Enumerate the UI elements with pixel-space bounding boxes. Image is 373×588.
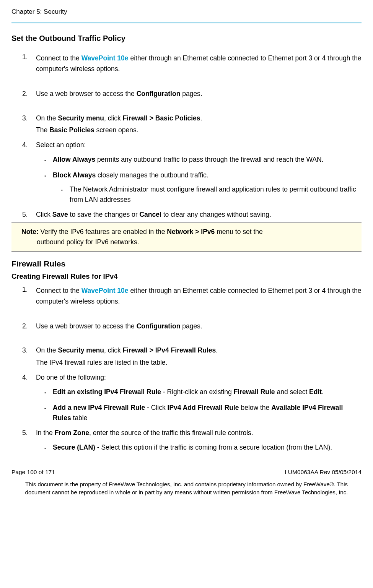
page-footer: Page 100 of 171 LUM0063AA Rev 05/05/2014… bbox=[11, 465, 362, 501]
bold-text: Configuration bbox=[137, 322, 181, 330]
wavepoint-link[interactable]: WavePoint 10e bbox=[81, 287, 129, 294]
text: . bbox=[200, 114, 202, 122]
footer-divider bbox=[11, 465, 362, 465]
bold-text: Allow Always bbox=[53, 156, 95, 163]
bold-text: Save bbox=[52, 211, 68, 218]
bold-text: Security menu bbox=[58, 114, 104, 122]
text: pages. bbox=[180, 322, 202, 330]
bold-text: Add a new IPv4 Firewall Rule bbox=[53, 404, 145, 411]
chapter-header: Chapter 5: Security bbox=[11, 8, 362, 16]
text: screen opens. bbox=[94, 126, 138, 134]
option-allow-always: Allow Always permits any outbound traffi… bbox=[53, 154, 362, 165]
text: Use a web browser to access the bbox=[36, 322, 137, 330]
bold-text: Basic Policies bbox=[49, 126, 94, 134]
text: to clear any changes without saving. bbox=[161, 211, 271, 218]
text: closely manages the outbound traffic. bbox=[96, 171, 208, 179]
option-edit-rule: Edit an existing IPv4 Firewall Rule - Ri… bbox=[53, 387, 362, 397]
note-box: Note: Verify the IPv6 features are enabl… bbox=[11, 223, 362, 252]
text: menu to set the bbox=[215, 228, 263, 236]
step-1: Connect to the WavePoint 10e either thro… bbox=[36, 53, 362, 74]
bold-text: Configuration bbox=[137, 90, 181, 97]
text: On the bbox=[36, 114, 58, 122]
option-add-rule: Add a new IPv4 Firewall Rule - Click IPv… bbox=[53, 403, 362, 423]
text: , enter the source of the traffic this f… bbox=[89, 429, 253, 437]
block-always-details: The Network Administrator must configure… bbox=[53, 184, 362, 205]
header-divider bbox=[11, 23, 362, 23]
text: Verify the IPv6 features are enabled in … bbox=[41, 228, 167, 236]
note-label: Note: bbox=[21, 228, 41, 236]
text: Do one of the following: bbox=[36, 374, 106, 381]
text: pages. bbox=[180, 90, 202, 97]
bold-text: Block Always bbox=[53, 171, 96, 179]
bold-text: Network > IPv6 bbox=[167, 228, 215, 236]
bold-text: IPv4 Add Firewall Rule bbox=[168, 404, 239, 411]
text: below the bbox=[239, 404, 272, 411]
ipv4-step-4: Do one of the following: Edit an existin… bbox=[36, 373, 362, 423]
text: permits any outbound traffic to pass thr… bbox=[95, 156, 323, 163]
text: In the bbox=[36, 429, 55, 437]
ipv4-steps-list: Connect to the WavePoint 10e either thro… bbox=[11, 285, 362, 453]
ipv4-step-3: On the Security menu, click Firewall > I… bbox=[36, 346, 362, 368]
option-block-always: Block Always closely manages the outboun… bbox=[53, 170, 362, 205]
text: On the bbox=[36, 346, 58, 354]
text: - Select this option if the traffic is c… bbox=[95, 443, 332, 451]
text: . bbox=[322, 388, 324, 396]
section-title-outbound: Set the Outbound Traffic Policy bbox=[11, 33, 362, 44]
step-5: Click Save to save the changes or Cancel… bbox=[36, 210, 362, 219]
text: . bbox=[216, 346, 218, 354]
bold-text: From Zone bbox=[55, 429, 89, 437]
page-number: Page 100 of 171 bbox=[11, 468, 55, 476]
ipv4-step-2: Use a web browser to access the Configur… bbox=[36, 322, 362, 331]
step-3: On the Security menu, click Firewall > B… bbox=[36, 114, 362, 136]
section-title-firewall-rules: Firewall Rules bbox=[11, 258, 362, 269]
text: Connect to the bbox=[36, 287, 81, 294]
outbound-steps-list: Connect to the WavePoint 10e either thro… bbox=[11, 53, 362, 219]
text: The bbox=[36, 126, 49, 134]
text: Click bbox=[36, 211, 52, 218]
section-subtitle-ipv4: Creating Firewall Rules for IPv4 bbox=[11, 272, 362, 281]
text: - Click bbox=[145, 404, 167, 411]
doc-id: LUM0063AA Rev 05/05/2014 bbox=[285, 468, 362, 476]
text: table bbox=[71, 414, 88, 422]
step-4: Select an option: Allow Always permits a… bbox=[36, 141, 362, 205]
step-4-options: Allow Always permits any outbound traffi… bbox=[36, 154, 362, 205]
ipv4-step-5-options: Secure (LAN) - Select this option if the… bbox=[36, 442, 362, 453]
text: - Right-click an existing bbox=[161, 388, 234, 396]
bold-text: Edit an existing IPv4 Firewall Rule bbox=[53, 388, 161, 396]
text: The IPv4 firewall rules are listed in th… bbox=[36, 357, 362, 368]
text: Use a web browser to access the bbox=[36, 90, 137, 97]
text: , click bbox=[104, 346, 123, 354]
bold-text: Firewall > IPv4 Firewall Rules bbox=[123, 346, 216, 354]
bold-text: Cancel bbox=[139, 211, 161, 218]
wavepoint-link[interactable]: WavePoint 10e bbox=[81, 54, 129, 62]
note-line2: outbound policy for IPv6 networks. bbox=[21, 237, 357, 247]
text: and select bbox=[275, 388, 309, 396]
ipv4-step-5: In the From Zone, enter the source of th… bbox=[36, 429, 362, 453]
ipv4-step-4-options: Edit an existing IPv4 Firewall Rule - Ri… bbox=[36, 387, 362, 423]
footer-disclaimer: This document is the property of FreeWav… bbox=[11, 479, 362, 501]
text: to save the changes or bbox=[68, 211, 140, 218]
option-secure-lan: Secure (LAN) - Select this option if the… bbox=[53, 442, 362, 453]
bold-text: Edit bbox=[309, 388, 322, 396]
text: Select an option: bbox=[36, 141, 86, 149]
text: Connect to the bbox=[36, 54, 81, 62]
bold-text: Firewall > Basic Policies bbox=[123, 114, 200, 122]
bold-text: Security menu bbox=[58, 346, 104, 354]
bold-text: Firewall Rule bbox=[234, 388, 275, 396]
ipv4-step-1: Connect to the WavePoint 10e either thro… bbox=[36, 285, 362, 307]
text: , click bbox=[104, 114, 123, 122]
sub-bullet: The Network Administrator must configure… bbox=[70, 184, 362, 205]
bold-text: Secure (LAN) bbox=[53, 443, 95, 451]
step-2: Use a web browser to access the Configur… bbox=[36, 89, 362, 99]
